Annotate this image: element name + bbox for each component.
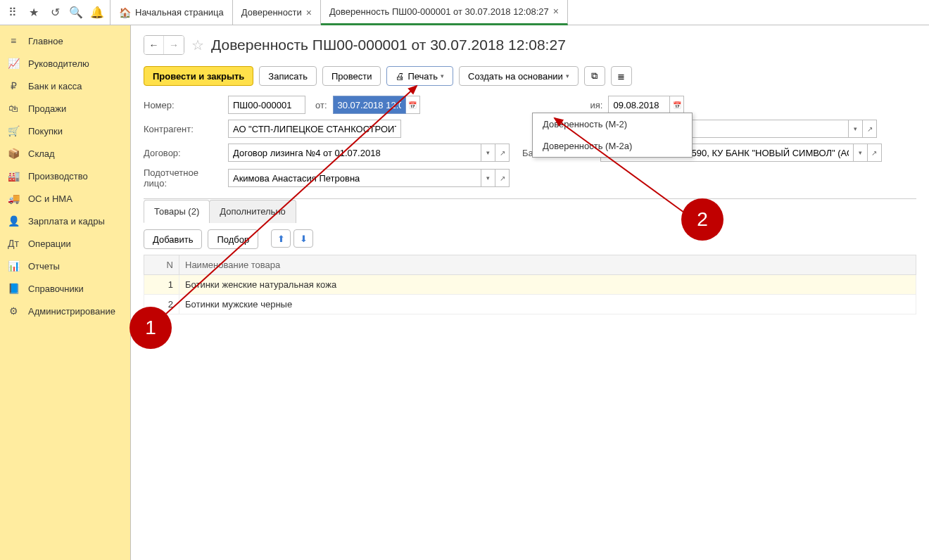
- contract-input[interactable]: [228, 144, 481, 162]
- sidebar-item-main[interactable]: ≡Главное: [0, 30, 130, 52]
- sidebar-item-reports[interactable]: 📊Отчеты: [0, 255, 130, 277]
- sidebar-item-label: Справочники: [28, 284, 84, 294]
- sidebar-item-label: ОС и НМА: [28, 193, 72, 204]
- sidebar-item-catalogs[interactable]: 📘Справочники: [0, 277, 130, 300]
- validity-input-group: 📅: [608, 96, 684, 114]
- table-row[interactable]: 2 Ботинки мужские черные: [144, 295, 916, 314]
- print-button[interactable]: 🖨 Печать ▾: [386, 66, 453, 86]
- apps-icon[interactable]: ⠿: [3, 3, 23, 23]
- move-down-button[interactable]: ⬇: [293, 229, 313, 248]
- goods-table: N Наименование товара 1 Ботинки женские …: [144, 255, 916, 314]
- arrow-group: ⬆ ⬇: [271, 229, 313, 249]
- annotation-2: 2: [681, 198, 723, 241]
- history-icon[interactable]: ↺: [45, 3, 65, 23]
- favorite-star-icon[interactable]: ☆: [191, 37, 204, 53]
- contractor-input[interactable]: [228, 120, 401, 138]
- create-based-button[interactable]: Создать на основании ▾: [459, 66, 579, 86]
- book-icon: 📘: [7, 283, 20, 294]
- close-icon[interactable]: ×: [306, 7, 312, 18]
- save-button[interactable]: Записать: [259, 66, 317, 86]
- tab-label: Доверенность ПШ00-000001 от 30.07.2018 1…: [329, 6, 549, 17]
- structure-button[interactable]: ⧉: [584, 66, 605, 86]
- truck-icon: 🚚: [7, 193, 20, 204]
- star-icon[interactable]: ★: [24, 3, 44, 23]
- sidebar-item-bank[interactable]: ₽Банк и касса: [0, 75, 130, 97]
- sidebar-item-ops[interactable]: ДтОперации: [0, 232, 130, 255]
- open-icon[interactable]: ↗: [868, 144, 882, 162]
- tab-doverennosti[interactable]: Доверенности ×: [233, 0, 321, 25]
- tab-strip: 🏠 Начальная страница Доверенности × Дове…: [110, 0, 568, 25]
- sidebar-item-production[interactable]: 🏭Производство: [0, 165, 130, 187]
- sidebar-item-sales[interactable]: 🛍Продажи: [0, 97, 130, 120]
- dropdown-icon[interactable]: ▾: [854, 144, 868, 162]
- tab-current-doc[interactable]: Доверенность ПШ00-000001 от 30.07.2018 1…: [321, 0, 568, 25]
- sidebar: ≡Главное 📈Руководителю ₽Банк и касса 🛍Пр…: [0, 25, 131, 560]
- sidebar-item-label: Склад: [28, 148, 55, 159]
- print-label: Печать: [407, 71, 438, 82]
- menu-item-m2[interactable]: Доверенность (М-2): [533, 113, 692, 135]
- chart-icon: 📈: [7, 58, 20, 69]
- open-icon[interactable]: ↗: [863, 120, 877, 138]
- bag-icon: 🛍: [7, 103, 20, 114]
- forward-button[interactable]: →: [164, 36, 184, 54]
- sidebar-item-label: Администрирование: [28, 306, 115, 317]
- person-input[interactable]: [228, 169, 481, 187]
- dropdown-icon[interactable]: ▾: [849, 120, 863, 138]
- menu-item-m2a[interactable]: Доверенность (М-2а): [533, 135, 692, 157]
- sidebar-item-manager[interactable]: 📈Руководителю: [0, 52, 130, 75]
- bell-icon[interactable]: 🔔: [87, 3, 107, 23]
- sidebar-item-label: Банк и касса: [28, 81, 82, 91]
- validity-label: ия:: [590, 100, 603, 110]
- tab-home[interactable]: 🏠 Начальная страница: [110, 0, 233, 25]
- sidebar-item-hr[interactable]: 👤Зарплата и кадры: [0, 210, 130, 232]
- open-icon[interactable]: ↗: [495, 144, 510, 162]
- tab-goods[interactable]: Товары (2): [144, 200, 210, 223]
- menu-icon: ≡: [7, 35, 20, 46]
- post-button[interactable]: Провести: [322, 66, 381, 86]
- sidebar-item-label: Главное: [28, 36, 63, 46]
- number-input[interactable]: [228, 96, 305, 114]
- sidebar-item-purchases[interactable]: 🛒Покупки: [0, 120, 130, 142]
- pick-button[interactable]: Подбор: [208, 229, 258, 249]
- add-button[interactable]: Добавить: [144, 229, 202, 249]
- post-and-close-button[interactable]: Провести и закрыть: [144, 66, 253, 86]
- printer-icon: 🖨: [396, 71, 405, 82]
- date-input-group: 📅: [333, 96, 420, 114]
- dropdown-icon[interactable]: ▾: [481, 169, 495, 187]
- tab-extra[interactable]: Дополнительно: [209, 200, 296, 223]
- date-input[interactable]: [333, 96, 406, 114]
- sidebar-item-stock[interactable]: 📦Склад: [0, 142, 130, 165]
- number-label: Номер:: [144, 100, 222, 110]
- tabs-panel: Товары (2) Дополнительно Добавить Подбор…: [144, 198, 916, 322]
- form: Номер: от: 📅 ия: 📅 Контрагент:: [144, 96, 916, 189]
- contractor-input-group: [228, 120, 401, 138]
- gear-icon: ⚙: [7, 305, 20, 317]
- open-icon[interactable]: ↗: [495, 169, 510, 187]
- calendar-icon[interactable]: 📅: [406, 96, 420, 114]
- move-up-button[interactable]: ⬆: [271, 229, 291, 248]
- close-icon[interactable]: ×: [553, 6, 559, 17]
- validity-input[interactable]: [608, 96, 670, 114]
- sidebar-item-label: Зарплата и кадры: [28, 216, 105, 227]
- content: ← → ☆ Доверенность ПШ00-000001 от 30.07.…: [131, 25, 929, 560]
- sidebar-item-label: Отчеты: [28, 261, 60, 272]
- back-button[interactable]: ←: [144, 36, 164, 54]
- sidebar-item-assets[interactable]: 🚚ОС и НМА: [0, 187, 130, 210]
- row-contractor: Контрагент: ▾ ↗: [144, 120, 916, 138]
- sidebar-item-admin[interactable]: ⚙Администрирование: [0, 300, 130, 322]
- chevron-down-icon: ▾: [441, 72, 444, 79]
- arrow-down-icon: ⬇: [300, 234, 308, 244]
- row-person: Подотчетное лицо: ▾ ↗: [144, 167, 916, 189]
- create-based-label: Создать на основании: [468, 71, 563, 82]
- list-button[interactable]: ≣: [611, 66, 632, 86]
- calendar-icon[interactable]: 📅: [670, 96, 684, 114]
- table-row[interactable]: 1 Ботинки женские натуральная кожа: [144, 275, 916, 295]
- person-input-group: ▾ ↗: [228, 169, 510, 187]
- search-icon[interactable]: 🔍: [66, 3, 86, 23]
- print-dropdown-menu: Доверенность (М-2) Доверенность (М-2а): [532, 113, 693, 158]
- ledger-icon: Дт: [7, 238, 20, 249]
- contractor-label: Контрагент:: [144, 124, 222, 134]
- home-icon: 🏠: [119, 7, 131, 18]
- contract-input-group: ▾ ↗: [228, 144, 510, 162]
- dropdown-icon[interactable]: ▾: [481, 144, 495, 162]
